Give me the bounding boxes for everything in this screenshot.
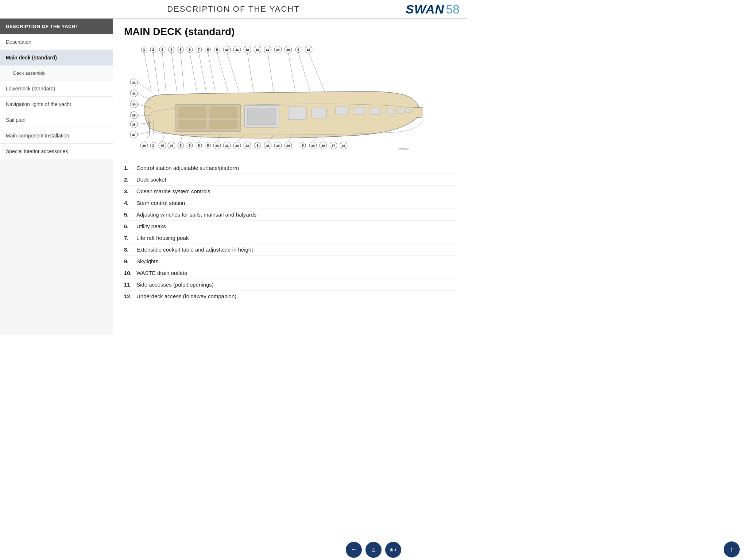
item-text: Utility peaks: [136, 223, 166, 229]
sidebar-item-description[interactable]: Description: [0, 34, 113, 50]
svg-text:32: 32: [132, 81, 136, 84]
svg-text:7: 7: [198, 48, 200, 51]
svg-rect-1: [179, 107, 206, 118]
list-item: 7.Life raft housing peak: [124, 232, 456, 244]
sidebar-header: DESCRIPTION OF THE YACHT: [0, 19, 113, 34]
svg-text:17: 17: [332, 144, 335, 147]
list-item: 10.WASTE drain outlets: [124, 267, 456, 279]
svg-text:13: 13: [266, 48, 270, 51]
main-layout: DESCRIPTION OF THE YACHT DescriptionMain…: [0, 19, 467, 335]
svg-line-66: [298, 52, 310, 92]
svg-text:15: 15: [307, 48, 310, 51]
svg-text:3: 3: [161, 48, 163, 51]
svg-line-55: [162, 52, 166, 92]
list-item: 9.Skylights: [124, 256, 456, 267]
svg-text:9: 9: [207, 144, 209, 147]
svg-rect-7: [288, 107, 306, 120]
svg-text:8: 8: [198, 144, 200, 147]
svg-text:9: 9: [256, 144, 258, 147]
diagram-area: 1 2 3 4 5 6 7 8 9 10 11 12 19: [124, 44, 456, 153]
item-text: Adjusting winches for sails, mainsail an…: [136, 211, 256, 218]
svg-text:18: 18: [322, 144, 325, 147]
item-number: 4.: [124, 200, 134, 206]
list-item: 4.Stern control station: [124, 197, 456, 209]
item-text: Life raft housing peak: [136, 235, 189, 241]
svg-text:45: 45: [161, 144, 164, 147]
item-text: Stern control station: [136, 200, 185, 206]
svg-line-80: [138, 82, 151, 92]
item-number: 1.: [124, 165, 134, 171]
list-item: 5.Adjusting winches for sails, mainsail …: [124, 209, 456, 221]
svg-text:6: 6: [189, 144, 190, 147]
svg-line-63: [247, 52, 253, 92]
svg-line-61: [217, 52, 228, 92]
svg-line-67: [309, 52, 325, 92]
svg-text:20: 20: [287, 144, 290, 147]
item-number: 7.: [124, 235, 134, 241]
svg-text:10: 10: [225, 48, 229, 51]
yacht-svg: 1 2 3 4 5 6 7 8 9 10 11 12 19: [124, 44, 423, 152]
sidebar-item-special-interior[interactable]: Special interior accessories: [0, 144, 113, 159]
svg-text:8: 8: [207, 48, 209, 51]
svg-text:10: 10: [216, 144, 219, 147]
svg-text:1: 1: [143, 48, 145, 51]
sidebar-item-nav-lights[interactable]: Navigation lights of the yacht: [0, 97, 113, 112]
item-text: Dock socket: [136, 176, 166, 183]
sidebar-item-deck-assembly[interactable]: Deck assembly: [0, 66, 113, 81]
svg-text:16: 16: [342, 144, 345, 147]
svg-text:12: 12: [246, 48, 249, 51]
svg-rect-12: [387, 109, 395, 114]
svg-rect-2: [179, 120, 206, 129]
svg-rect-8: [312, 108, 326, 118]
item-number: 8.: [124, 246, 134, 253]
svg-line-59: [199, 52, 206, 92]
item-text: Control station adjustable surface/platf…: [136, 165, 239, 171]
item-text: Skylights: [136, 258, 158, 264]
svg-text:9: 9: [216, 48, 218, 51]
sidebar-item-main-deck[interactable]: Main deck (standard): [0, 50, 113, 66]
svg-line-130: [181, 135, 182, 142]
svg-text:31: 31: [132, 92, 136, 95]
sidebar-item-lowerdeck[interactable]: Lowerdeck (standard): [0, 81, 113, 97]
item-number: 12.: [124, 293, 134, 299]
svg-text:19: 19: [256, 48, 259, 51]
svg-text:19: 19: [311, 144, 315, 147]
svg-text:5: 5: [179, 144, 181, 147]
svg-text:9: 9: [297, 48, 299, 51]
svg-text:29: 29: [132, 114, 136, 117]
svg-text:14: 14: [276, 48, 280, 51]
svg-rect-9: [336, 107, 348, 115]
svg-line-53: [144, 52, 151, 92]
svg-text:13: 13: [276, 144, 280, 147]
list-item: 2.Dock socket: [124, 174, 456, 186]
svg-line-62: [227, 52, 239, 92]
svg-line-64: [268, 52, 274, 92]
brand-logo: SWAN 58: [406, 2, 460, 16]
svg-text:26: 26: [143, 144, 146, 147]
svg-rect-14: [406, 109, 411, 113]
svg-text:2: 2: [152, 48, 154, 51]
list-item: 3.Ocean marine system controls: [124, 186, 456, 197]
svg-rect-11: [370, 108, 380, 114]
svg-text:22: 22: [246, 144, 249, 147]
svg-text:28: 28: [132, 123, 136, 126]
sidebar-item-main-component[interactable]: Main component installation: [0, 128, 113, 144]
svg-text:1: 1: [152, 144, 154, 147]
svg-text:9: 9: [302, 144, 303, 147]
svg-text:10: 10: [287, 48, 290, 51]
page-header: DESCRIPTION OF THE YACHT SWAN 58: [0, 0, 467, 19]
item-text: Underdeck access (foldaway companion): [136, 293, 236, 299]
yacht-diagram: 1 2 3 4 5 6 7 8 9 10 11 12 19: [124, 44, 456, 153]
svg-text:30: 30: [132, 103, 136, 106]
page-title: MAIN DECK (standard): [124, 26, 456, 38]
svg-line-54: [153, 52, 159, 92]
svg-text:4: 4: [170, 48, 172, 51]
svg-line-129: [162, 135, 164, 142]
svg-rect-4: [210, 120, 237, 129]
item-number: 10.: [124, 270, 134, 276]
svg-line-57: [181, 52, 184, 92]
sidebar-item-sail-plan[interactable]: Sail plan: [0, 112, 113, 128]
item-text: Extensible cockpit table and adjustable …: [136, 246, 253, 253]
svg-rect-6: [247, 108, 276, 125]
item-list: 1.Control station adjustable surface/pla…: [124, 162, 456, 302]
